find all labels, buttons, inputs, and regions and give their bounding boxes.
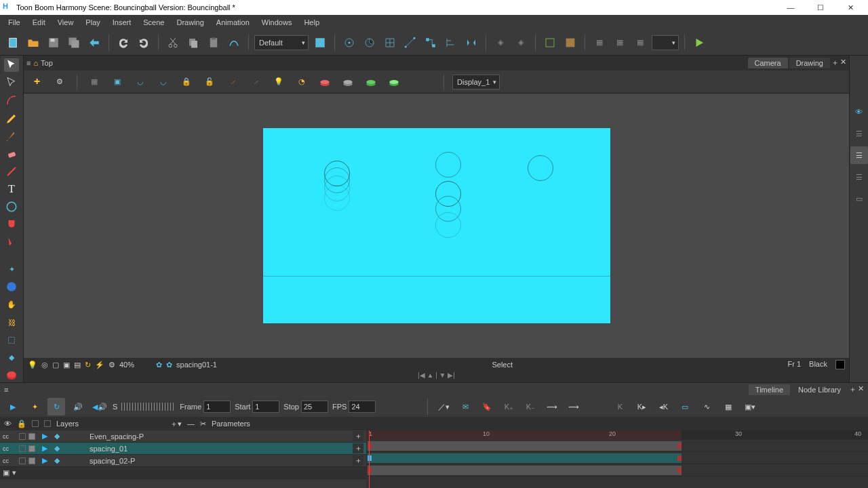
grid-toggle-icon[interactable]: ▦: [591, 34, 608, 52]
view-top-tab[interactable]: Top: [41, 59, 53, 67]
deform-icon[interactable]: ◈: [492, 34, 509, 52]
layer-add-2[interactable]: ＋: [353, 455, 363, 466]
lock-icon[interactable]: 🔒: [178, 73, 195, 91]
menu-help[interactable]: Help: [298, 17, 325, 28]
menu-edit[interactable]: Edit: [27, 17, 51, 28]
drawing-tab[interactable]: Drawing: [789, 58, 830, 68]
timeline-tracks[interactable]: 1 10 20 30 40: [366, 430, 868, 488]
layer-row-0[interactable]: cc ▶ ◆ Even_spacing-P ＋: [0, 430, 366, 443]
layer-row-2[interactable]: cc ▶ ◆ spacing_02-P ＋: [0, 455, 366, 467]
close-button[interactable]: ✕: [835, 0, 865, 15]
ease-icon[interactable]: ／▾: [435, 398, 452, 415]
snap-rotate-icon[interactable]: [361, 34, 378, 52]
rotate-view-icon[interactable]: ◆: [4, 351, 19, 365]
undo-icon[interactable]: [115, 34, 132, 52]
ease-curve-icon[interactable]: ∿: [698, 398, 715, 415]
gear4-status-icon[interactable]: ✿: [166, 361, 172, 369]
add-view-icon[interactable]: ＋: [831, 58, 839, 68]
bulb-status-icon[interactable]: 💡: [28, 361, 37, 369]
menu-view[interactable]: View: [52, 17, 79, 28]
stop-input[interactable]: [301, 401, 328, 413]
bolt-status-icon[interactable]: ⚡: [95, 361, 104, 369]
grid2-icon[interactable]: ▦: [611, 34, 629, 52]
node-library-tab[interactable]: Node Library: [791, 384, 848, 395]
paint-tool-icon[interactable]: [4, 218, 19, 231]
snap-center-icon[interactable]: [340, 34, 358, 52]
motion2-icon[interactable]: ⟿: [565, 398, 583, 415]
layers-stack-icon[interactable]: ☰: [850, 125, 868, 142]
deform2-icon[interactable]: ◈: [512, 34, 530, 52]
text-tool-icon[interactable]: T: [4, 182, 19, 196]
clock-icon[interactable]: ◔: [293, 73, 311, 91]
pencil-tool-icon[interactable]: [4, 111, 19, 125]
ellipse-tool-icon[interactable]: [4, 200, 19, 214]
menu-drawing[interactable]: Drawing: [171, 17, 209, 28]
flip-h-icon[interactable]: [462, 34, 480, 52]
ik-tool-icon[interactable]: ⛓: [4, 316, 19, 329]
kf-icon[interactable]: K: [611, 398, 629, 415]
hand-tool-icon[interactable]: ✋: [4, 298, 19, 311]
stroke-tool-icon[interactable]: [4, 165, 19, 178]
fps-input[interactable]: [349, 401, 376, 413]
menu-windows[interactable]: Windows: [256, 17, 298, 28]
tl-add-view-icon[interactable]: ＋: [849, 384, 856, 395]
snap-align-icon[interactable]: [442, 34, 460, 52]
menu-file[interactable]: File: [3, 17, 26, 28]
refresh-button[interactable]: ↻: [47, 398, 65, 415]
layers-stack-active-icon[interactable]: ☰: [850, 146, 868, 164]
box-status-icon[interactable]: ▢: [52, 361, 59, 369]
close-view-icon[interactable]: ✕: [840, 58, 846, 68]
layer-row-1[interactable]: cc ▶ ◆ spacing_01 ＋: [0, 443, 366, 455]
del-layer-header-icon[interactable]: —: [187, 420, 195, 428]
playhead[interactable]: [369, 430, 370, 488]
transform-tool-icon[interactable]: [4, 76, 19, 89]
gear2-status-icon[interactable]: ⚙: [108, 361, 115, 369]
motion-icon[interactable]: ⟿: [543, 398, 561, 415]
workspace-manager-icon[interactable]: [311, 34, 329, 52]
view-menu-icon[interactable]: ≡: [26, 59, 31, 67]
camera-tool-icon[interactable]: [4, 369, 19, 382]
gear3-status-icon[interactable]: ✿: [156, 361, 162, 369]
save-icon[interactable]: [45, 34, 62, 52]
light-table-icon[interactable]: ⟋: [224, 73, 241, 91]
loop-button[interactable]: ✦: [26, 398, 43, 415]
view-eye-icon[interactable]: 👁: [850, 103, 868, 121]
show-outline-icon[interactable]: [541, 34, 559, 52]
disc3-icon[interactable]: [362, 73, 380, 91]
display-select[interactable]: Display_1: [452, 75, 500, 89]
new-icon[interactable]: [4, 34, 22, 52]
menu-play[interactable]: Play: [80, 17, 105, 28]
fx-header-icon[interactable]: ✂: [200, 420, 206, 428]
add-layer-header-icon[interactable]: ＋▾: [170, 419, 182, 429]
zoom-level[interactable]: 40%: [119, 361, 134, 369]
track-0[interactable]: [366, 440, 868, 452]
track-2[interactable]: [366, 464, 868, 476]
create-cycle-icon[interactable]: ▣▾: [741, 398, 759, 415]
disc2-icon[interactable]: [339, 73, 357, 91]
tl-close-view-icon[interactable]: ✕: [858, 384, 864, 395]
open-icon[interactable]: [24, 34, 42, 52]
kf-add-icon[interactable]: K₊: [500, 398, 517, 415]
collapse-icon[interactable]: ▣: [3, 468, 9, 477]
snap-contour-icon[interactable]: [401, 34, 419, 52]
gear-icon[interactable]: ⚙: [51, 73, 68, 91]
frame-input[interactable]: [203, 401, 231, 413]
snap-grid-icon[interactable]: [381, 34, 399, 52]
underlay-icon[interactable]: ▭: [850, 190, 868, 207]
maximize-button[interactable]: ☐: [806, 0, 835, 15]
grid3-icon[interactable]: ▦: [631, 34, 649, 52]
workspace-select[interactable]: Default: [254, 35, 309, 50]
menu-animation[interactable]: Animation: [211, 17, 255, 28]
kf-del-icon[interactable]: K₋: [521, 398, 539, 415]
render-status-icon[interactable]: ▣: [63, 361, 70, 369]
layer-add-1[interactable]: ＋: [353, 443, 363, 453]
jog-slider[interactable]: [121, 403, 176, 411]
refresh-status-icon[interactable]: ↻: [85, 361, 91, 369]
nav-arrows[interactable]: |◀ ▲ | ▼ ▶|: [24, 371, 849, 382]
menu-scene[interactable]: Scene: [138, 17, 170, 28]
canvas-viewport[interactable]: [24, 94, 849, 358]
select-tool-icon[interactable]: [4, 58, 19, 72]
light-toggle-icon[interactable]: ⟋: [247, 73, 264, 91]
sound-button[interactable]: 🔊: [69, 398, 87, 415]
play-button[interactable]: ▶: [4, 398, 22, 415]
